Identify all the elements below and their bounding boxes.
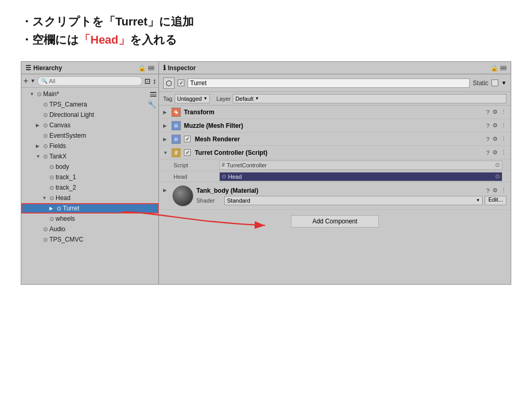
list-item[interactable]: ▶ ⊙ Canvas [21,120,158,130]
filter-btn[interactable]: ⊡ [144,77,151,85]
list-item[interactable]: ⊙ Directional Light [21,110,158,120]
item-label: track_2 [56,184,76,191]
material-name: Tank_body (Material) [196,187,258,194]
transform-name: Transform [184,109,484,116]
expand-arrow: ▶ [49,206,56,211]
hierarchy-menu-icon[interactable] [148,66,154,71]
instruction-text-2a: ・空欄には [21,33,79,46]
hierarchy-panel: ☰ Hierarchy 🔒 + ▼ 🔍 All ⊡ ↕ [21,62,159,284]
item-label: EventSystem [49,132,86,139]
instruction-line-2: ・空欄には「Head」を入れる [21,31,511,49]
mesh-renderer-checkbox[interactable]: ✓ [184,136,191,142]
static-dropdown-arrow[interactable]: ▼ [501,80,507,86]
transform-component-row[interactable]: ▶ Transform ? ⚙ ⋮ [159,105,511,119]
add-dropdown-arrow[interactable]: ▼ [30,78,35,84]
comp-expand-icon: ▶ [163,110,169,115]
mesh-renderer-component-row[interactable]: ▶ ⊞ ✓ Mesh Renderer ? ⚙ ⋮ [159,132,511,146]
item-label: wheels [56,215,75,222]
hierarchy-title: ☰ Hierarchy [25,64,62,72]
question-icon[interactable]: ? [486,109,489,115]
list-item[interactable]: ⊙ wheels [21,214,158,224]
more-icon[interactable]: ⋮ [501,187,507,194]
inspector-lock-icon[interactable]: 🔒 [490,64,498,72]
item-label: Main* [43,90,59,98]
lock-icon[interactable]: 🔒 [138,64,146,72]
list-item[interactable]: ⊙ track_1 [21,172,158,182]
object-icon: ⊙ [43,236,48,243]
item-menu-icon[interactable] [150,92,156,97]
hierarchy-header: ☰ Hierarchy 🔒 [21,62,158,74]
question-icon[interactable]: ? [486,123,489,129]
layer-value: Default [235,96,254,102]
sort-btn[interactable]: ↕ [153,77,156,85]
material-preview [172,185,193,206]
script-field-row: Script # TurretController ⊙ [159,159,511,171]
item-label: Turret [63,205,79,212]
mesh-filter-component-row[interactable]: ▶ ⊞ Muzzle (Mesh Filter) ? ⚙ ⋮ [159,119,511,132]
question-icon[interactable]: ? [486,150,489,156]
item-label: TPS_CMVC [49,236,83,243]
settings-icon[interactable]: ⚙ [493,109,498,115]
turret-controller-component-row[interactable]: ▼ # ✓ Turret Controller (Script) ? ⚙ ⋮ [159,146,511,159]
more-icon[interactable]: ⋮ [501,122,507,129]
inspector-menu-icon[interactable] [500,66,507,71]
layer-dropdown[interactable]: Default ▼ [233,94,507,103]
layer-label: Layer [216,96,231,102]
more-icon[interactable]: ⋮ [501,136,507,142]
info-icon: ℹ [163,64,166,72]
material-row: ▶ Tank_body (Material) ? ⚙ ⋮ Shad [159,182,511,210]
object-icon: ⊙ [43,226,48,233]
inspector-title: ℹ Inspector [163,64,196,72]
question-icon[interactable]: ? [486,188,489,194]
question-icon[interactable]: ? [486,136,489,142]
head-ref-btn[interactable]: ⊙ [495,173,500,180]
expand-arrow: ▶ [36,143,42,149]
material-actions: ? ⚙ ⋮ [486,187,507,194]
item-label: Canvas [49,122,71,129]
shader-dropdown[interactable]: Standard ▼ [224,196,483,205]
turret-controller-actions: ? ⚙ ⋮ [486,149,507,156]
add-component-button[interactable]: Add Component [291,215,379,228]
list-item[interactable]: ▼ ⊙ TankX [21,151,158,162]
object-name-field[interactable] [188,78,470,88]
settings-icon[interactable]: ⚙ [493,122,498,129]
shader-label: Shader [196,197,222,204]
list-item[interactable]: ▶ ⊙ Fields [21,141,158,151]
inspector-panel: ℹ Inspector 🔒 ⬡ ✓ [159,62,511,284]
script-checkbox[interactable]: ✓ [184,149,191,156]
tag-arrow: ▼ [203,96,207,101]
list-item[interactable]: ⊙ TPS_CMVC [21,234,158,245]
search-box[interactable]: 🔍 All [37,76,142,86]
list-item[interactable]: ⊙ track_2 [21,182,158,193]
instruction-line-1: ・スクリプトを「Turret」に追加 [21,12,511,31]
search-placeholder: All [49,78,55,84]
list-item[interactable]: ⊙ EventSystem [21,130,158,141]
active-checkbox[interactable]: ✓ [178,79,184,86]
list-item[interactable]: ⊙ body [21,162,158,172]
tag-dropdown[interactable]: Untagged ▼ [175,94,210,103]
object-icon: ⊙ [43,153,48,160]
static-checkbox[interactable] [491,79,498,86]
warning-icon: 🔧 [148,100,156,109]
settings-icon[interactable]: ⚙ [493,149,498,156]
turret-item[interactable]: ▶ ⊙ Turret [21,203,158,214]
settings-icon[interactable]: ⚙ [493,187,498,194]
list-item[interactable]: ▼ ⊙ Head [21,193,158,203]
more-icon[interactable]: ⋮ [501,109,507,115]
list-item[interactable]: ⊙ TPS_Camera 🔧 [21,99,158,110]
expand-arrow: ▼ [36,154,42,159]
static-label: Static [473,79,488,87]
list-item[interactable]: ▼ ⊙ Main* [21,89,158,99]
head-field-value: ⊙ Head ⊙ [219,172,502,181]
item-label: Audio [49,225,65,233]
settings-icon[interactable]: ⚙ [493,136,498,142]
add-button[interactable]: + [23,77,28,85]
object-icon: ⊙ [49,195,54,202]
script-value-text: TurretController [227,162,267,168]
list-item[interactable]: ⊙ Audio [21,224,158,234]
transform-actions: ? ⚙ ⋮ [486,109,507,115]
item-label: Head [56,194,71,202]
more-icon[interactable]: ⋮ [501,149,507,156]
script-ref-btn[interactable]: ⊙ [495,162,500,168]
edit-button[interactable]: Edit... [485,196,507,205]
